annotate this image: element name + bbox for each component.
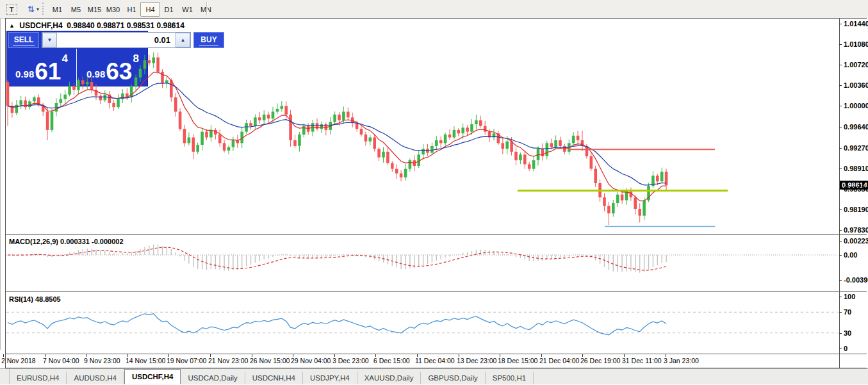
time-tick-14 bbox=[541, 354, 542, 357]
sell-button[interactable]: SELL bbox=[8, 32, 39, 48]
toolbar-grip[interactable] bbox=[42, 3, 45, 15]
dropdown-caret-icon: ▾ bbox=[37, 6, 39, 12]
time-tick-10 bbox=[375, 354, 376, 357]
chart-tab-USDCNH-H4[interactable]: USDCNH,H4 bbox=[245, 372, 303, 384]
time-tick-5 bbox=[168, 354, 169, 357]
buy-price-display[interactable]: 0.98 63 8 bbox=[78, 49, 148, 86]
time-tick-3 bbox=[86, 354, 86, 357]
price-tick-0.98550: 0.98550 bbox=[844, 185, 868, 193]
price-tick-1.01440-tick bbox=[839, 24, 842, 24]
macd-tick-0.002239-tick bbox=[839, 241, 842, 242]
timeframe-button-M15[interactable]: M15 bbox=[85, 2, 104, 17]
sell-price-prefix: 0.98 bbox=[15, 69, 34, 79]
time-tick-15 bbox=[582, 354, 583, 357]
chart-tab-AUDUSD-H4[interactable]: AUDUSD,H4 bbox=[67, 372, 124, 384]
time-label-17: 3 Jan 23:00 bbox=[664, 357, 699, 365]
decrease-volume-button[interactable]: ▼ bbox=[42, 33, 57, 47]
price-tick-0.99640-tick bbox=[839, 127, 842, 127]
rsi-tick-30-tick bbox=[839, 333, 842, 334]
price-tick-0.98190: 0.98190 bbox=[844, 206, 868, 213]
price-tick-0.98550-tick bbox=[839, 189, 842, 190]
time-tick-1 bbox=[3, 354, 4, 357]
macd-label: MACD(12,26,9) 0.000331 -0.000002 bbox=[9, 238, 124, 245]
chart-tab-SP500-H1[interactable]: SP500,H1 bbox=[486, 372, 534, 384]
chart-tab-XAUUSD-Daily[interactable]: XAUUSD,Daily bbox=[357, 372, 422, 384]
caret-up-icon: ▲ bbox=[181, 37, 186, 43]
rsi-tick-100: 100 bbox=[844, 293, 855, 300]
time-label-12: 13 Dec 23:00 bbox=[457, 357, 496, 365]
rsi-pane[interactable] bbox=[5, 292, 839, 354]
time-label-13: 18 Dec 15:00 bbox=[498, 357, 537, 365]
time-tick-8 bbox=[293, 354, 293, 357]
time-tick-16 bbox=[624, 354, 625, 357]
frame-rsi-bottom bbox=[5, 354, 867, 354]
mt4-application-window: { "toolbar": { "text_tool_label": "T", "… bbox=[0, 0, 868, 385]
timeframe-button-M1[interactable]: M1 bbox=[47, 2, 67, 17]
triangle-up-icon: ▲ bbox=[9, 22, 15, 29]
price-tick-1.00720: 1.00720 bbox=[844, 61, 868, 69]
ohlc-open: 0.98840 bbox=[67, 21, 94, 30]
price-tick-1.00720-tick bbox=[839, 65, 842, 65]
macd-tick-0.00-tick bbox=[839, 255, 842, 256]
trade-panel-controls: SELL ▼ ▲ BUY bbox=[7, 31, 147, 49]
timeframe-button-M30[interactable]: M30 bbox=[103, 2, 123, 17]
toolbar-separator bbox=[206, 2, 208, 15]
rsi-tick-70: 70 bbox=[844, 308, 851, 316]
time-tick-11 bbox=[417, 354, 418, 357]
ohlc-low: 0.98531 bbox=[127, 21, 154, 30]
timeframe-button-H4[interactable]: H4 bbox=[140, 2, 160, 17]
increase-volume-button[interactable]: ▲ bbox=[176, 33, 190, 47]
chart-tab-GBPUSD-Daily[interactable]: GBPUSD,Daily bbox=[421, 372, 485, 384]
macd-pane[interactable] bbox=[5, 235, 839, 291]
price-tick-1.00000: 1.00000 bbox=[844, 102, 868, 110]
time-tick-7 bbox=[252, 354, 252, 357]
text-tool-button[interactable]: T bbox=[3, 2, 20, 17]
sell-price-display[interactable]: 0.98 61 4 bbox=[7, 49, 77, 86]
timeframe-button-M5[interactable]: M5 bbox=[66, 2, 86, 17]
rsi-tick-100-tick bbox=[839, 297, 842, 297]
caret-down-icon: ▼ bbox=[47, 37, 53, 43]
time-label-10: 6 Dec 15:00 bbox=[373, 357, 410, 365]
time-label-3: 9 Nov 23:00 bbox=[84, 357, 120, 365]
time-label-16: 31 Dec 11:00 bbox=[622, 357, 662, 365]
time-tick-6 bbox=[210, 354, 211, 357]
price-tick-1.00360: 1.00360 bbox=[844, 81, 868, 89]
chart-tab-USDCAD-Daily[interactable]: USDCAD,Daily bbox=[181, 372, 245, 384]
one-click-trading-panel: SELL ▼ ▲ BUY 0.98 61 4 0.98 63 8 bbox=[6, 31, 148, 86]
buy-button[interactable]: BUY bbox=[193, 32, 224, 48]
macd-tick--0.003901: -0.003901 bbox=[844, 276, 868, 284]
time-tick-9 bbox=[334, 354, 335, 357]
chart-tab-USDJPY-H4[interactable]: USDJPY,H4 bbox=[303, 372, 357, 384]
rsi-label: RSI(14) 48.8505 bbox=[9, 295, 61, 303]
buy-price-big: 63 bbox=[106, 61, 132, 81]
window-left-edge[interactable] bbox=[0, 0, 1, 350]
time-label-14: 21 Dec 04:00 bbox=[539, 357, 579, 365]
frame-top bbox=[5, 18, 867, 19]
timeframe-button-D1[interactable]: D1 bbox=[159, 2, 179, 17]
chart-tab-EURUSD-H4[interactable]: EURUSD,H4 bbox=[10, 372, 67, 384]
timeframe-button-W1[interactable]: W1 bbox=[177, 2, 197, 17]
price-axis-border[interactable] bbox=[839, 18, 840, 368]
time-label-9: 3 Dec 23:00 bbox=[332, 357, 369, 365]
time-tick-13 bbox=[500, 354, 500, 357]
time-label-6: 21 Nov 23:00 bbox=[208, 357, 248, 365]
ohlc-high: 0.98871 bbox=[97, 21, 124, 30]
price-tick-1.01080: 1.01080 bbox=[844, 40, 868, 48]
tab-bar-corner bbox=[0, 369, 10, 384]
chart-header: ▲ USDCHF,H4 0.98840 0.98871 0.98531 0.98… bbox=[9, 21, 184, 30]
time-label-7: 26 Nov 15:00 bbox=[250, 357, 290, 365]
price-tick-0.98910: 0.98910 bbox=[844, 165, 868, 172]
price-tick-1.00000-tick bbox=[839, 106, 842, 106]
timeframe-button-H1[interactable]: H1 bbox=[122, 2, 142, 17]
frame-main-bottom bbox=[5, 234, 867, 235]
text-tool-icon: T bbox=[6, 4, 17, 15]
volume-input[interactable] bbox=[57, 33, 176, 47]
buy-price-sup: 8 bbox=[133, 53, 138, 65]
frame-macd-bottom bbox=[5, 291, 867, 292]
arrows-icon: ⇅ bbox=[28, 4, 35, 14]
time-label-8: 29 Nov 04:00 bbox=[291, 357, 331, 365]
cursor-arrows-button[interactable]: ⇅ ▾ bbox=[22, 2, 45, 17]
price-tick-0.97830-tick bbox=[839, 230, 842, 231]
chart-tab-bar: EURUSD,H4AUDUSD,H4USDCHF,H4USDCAD,DailyU… bbox=[0, 368, 868, 384]
chart-tab-USDCHF-H4[interactable]: USDCHF,H4 bbox=[124, 369, 181, 384]
